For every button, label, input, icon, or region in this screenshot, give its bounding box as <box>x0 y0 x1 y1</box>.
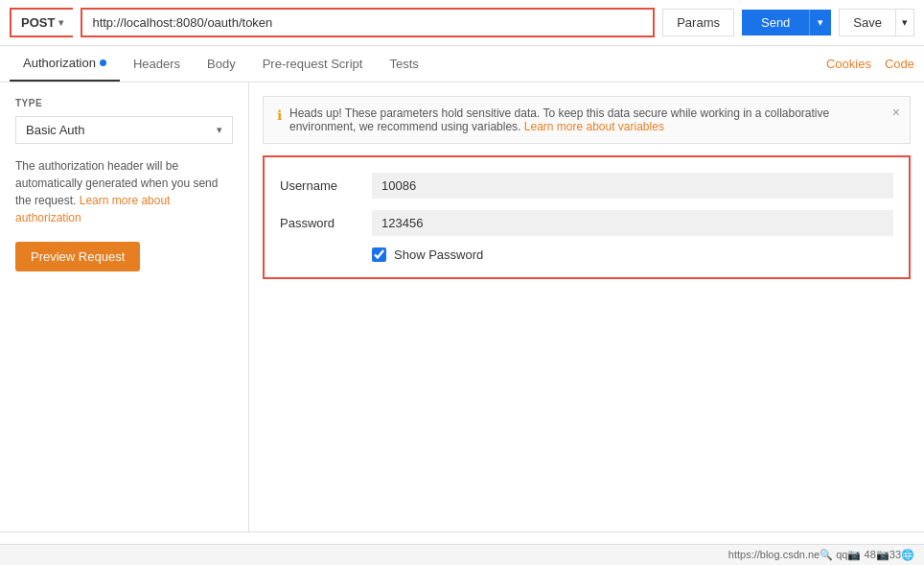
save-button[interactable]: Save <box>839 9 896 36</box>
tab-authorization[interactable]: Authorization <box>10 46 120 82</box>
top-bar-actions: Params Send ▾ Save ▾ <box>662 9 914 36</box>
tab-bar-right: Cookies Code <box>826 57 914 71</box>
tab-authorization-dot <box>100 59 106 66</box>
type-select[interactable]: Basic Auth ▾ <box>15 116 233 144</box>
password-row: Password <box>280 210 893 236</box>
url-input[interactable]: http://localhost:8080/oauth/token <box>81 8 655 37</box>
show-password-row: Show Password <box>280 247 893 262</box>
method-chevron-icon: ▾ <box>58 17 63 28</box>
method-label: POST <box>21 15 55 30</box>
password-input[interactable] <box>372 210 893 236</box>
auth-description: The authorization header will be automat… <box>15 157 233 226</box>
status-bar-text: https://blog.csdn.ne🔍 qq📷 48📷33🌐 <box>728 549 914 561</box>
main-content: TYPE Basic Auth ▾ The authorization head… <box>0 82 924 531</box>
show-password-label: Show Password <box>394 247 483 262</box>
tab-bar: Authorization Headers Body Pre-request S… <box>0 46 924 82</box>
tab-headers[interactable]: Headers <box>120 47 194 81</box>
tab-body-label: Body <box>207 57 236 71</box>
show-password-checkbox[interactable] <box>372 247 386 262</box>
alert-close-icon[interactable]: × <box>892 105 900 120</box>
tab-headers-label: Headers <box>133 57 180 71</box>
alert-banner: ℹ Heads up! These parameters hold sensit… <box>263 96 911 144</box>
preview-request-button[interactable]: Preview Request <box>15 242 140 271</box>
tab-authorization-label: Authorization <box>23 56 96 70</box>
code-link[interactable]: Code <box>885 57 914 71</box>
learn-variables-link[interactable]: Learn more about variables <box>524 120 664 133</box>
auth-form: Username Password Show Password <box>263 155 911 279</box>
username-label: Username <box>280 178 357 193</box>
top-bar: POST ▾ http://localhost:8080/oauth/token… <box>0 0 924 46</box>
username-row: Username <box>280 173 893 199</box>
type-chevron-icon: ▾ <box>217 124 222 136</box>
type-value: Basic Auth <box>26 123 84 137</box>
info-icon: ℹ <box>277 107 282 123</box>
username-input[interactable] <box>372 173 893 199</box>
tab-tests-label: Tests <box>389 57 418 71</box>
tab-tests[interactable]: Tests <box>376 47 431 81</box>
alert-text: Heads up! These parameters hold sensitiv… <box>289 106 896 133</box>
auth-sidebar: TYPE Basic Auth ▾ The authorization head… <box>0 82 249 531</box>
save-dropdown-button[interactable]: ▾ <box>896 9 914 36</box>
type-label: TYPE <box>15 98 233 108</box>
params-button[interactable]: Params <box>662 9 734 36</box>
tab-body[interactable]: Body <box>194 47 249 81</box>
tab-pre-request-script[interactable]: Pre-request Script <box>249 47 377 81</box>
method-select[interactable]: POST ▾ <box>10 8 73 37</box>
save-button-group: Save ▾ <box>839 9 914 36</box>
right-panel: ℹ Heads up! These parameters hold sensit… <box>249 82 924 531</box>
send-button-group: Send ▾ <box>742 10 831 35</box>
password-label: Password <box>280 216 357 230</box>
status-bar: https://blog.csdn.ne🔍 qq📷 48📷33🌐 <box>0 544 924 565</box>
cookies-link[interactable]: Cookies <box>826 57 871 71</box>
tab-pre-request-label: Pre-request Script <box>263 57 363 71</box>
send-dropdown-button[interactable]: ▾ <box>809 10 831 35</box>
send-button[interactable]: Send <box>742 10 809 35</box>
